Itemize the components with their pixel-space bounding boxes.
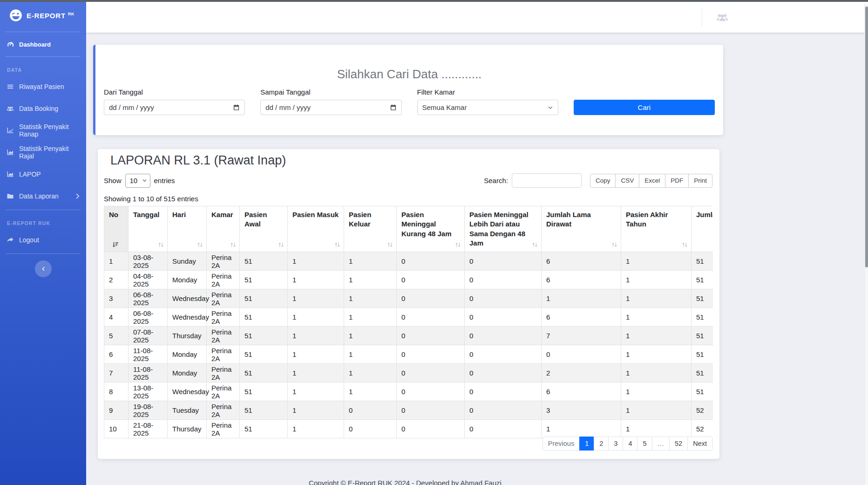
- cell: 1: [288, 308, 344, 327]
- column-header-pasien-masuk[interactable]: Pasien Masuk: [288, 206, 344, 252]
- cell: 51: [240, 364, 288, 383]
- cell: Perina 2A: [207, 383, 240, 401]
- sidebar-item-data-booking[interactable]: Data Booking: [0, 97, 86, 119]
- previous-page-button[interactable]: Previous: [542, 437, 580, 451]
- dari-tanggal-date-input[interactable]: dd / mm / yyyy: [104, 100, 245, 115]
- cell: Perina 2A: [207, 327, 240, 345]
- cell: 0: [465, 289, 542, 308]
- column-header-hari[interactable]: Hari: [168, 206, 207, 252]
- column-label: Tanggal: [133, 210, 163, 219]
- print-button[interactable]: Print: [688, 174, 712, 188]
- cell: 51: [692, 289, 713, 308]
- app-window: E-REPORT RK Dashboard DATARiwayat Pasien…: [0, 0, 868, 485]
- cell: 0: [344, 401, 397, 420]
- cell: 07-08-2025: [129, 327, 168, 345]
- scrollbar-thumb[interactable]: [865, 7, 868, 267]
- page-button-4[interactable]: 4: [623, 437, 637, 451]
- sort-icon: [611, 241, 618, 248]
- cari-button[interactable]: Cari: [574, 100, 715, 115]
- cell: 0: [465, 271, 542, 289]
- select-value: Semua Kamar: [422, 103, 467, 111]
- column-header-jumlah-lama-dirawat[interactable]: Jumlah Lama Dirawat: [542, 206, 621, 252]
- cell: Monday: [168, 345, 207, 364]
- cell: Perina 2A: [207, 289, 240, 308]
- column-header-tanggal[interactable]: Tanggal: [129, 206, 168, 252]
- cell: 1: [288, 401, 344, 420]
- excel-button[interactable]: Excel: [639, 174, 665, 188]
- sidebar-toggle-button[interactable]: [35, 260, 52, 277]
- filter-title: Silahkan Cari Data ............: [95, 45, 723, 83]
- sort-icon: [197, 241, 203, 248]
- pdf-button[interactable]: PDF: [665, 174, 689, 188]
- cell: 1: [621, 327, 692, 345]
- sidebar-item-lapop[interactable]: LAPOP: [0, 163, 86, 185]
- vertical-scrollbar[interactable]: [864, 4, 868, 485]
- sidebar-item-riwayat-pasien[interactable]: Riwayat Pasien: [0, 75, 86, 97]
- sidebar-item-statistik-penyakit-rajal[interactable]: Statistik Penyakit Rajal: [0, 141, 86, 163]
- column-label: Pasien Meninggal Lebih Dari atau Sama De…: [469, 210, 536, 248]
- entries-label: entries: [154, 177, 175, 184]
- sidebar-item-logout[interactable]: Logout: [0, 229, 86, 251]
- column-header-pasien-akhir-tahun[interactable]: Pasien Akhir Tahun: [621, 206, 692, 252]
- filter-field-sampai-tanggal: Sampai Tanggaldd / mm / yyyy: [260, 88, 401, 115]
- column-header-no[interactable]: No: [104, 206, 129, 252]
- column-label: No: [109, 210, 123, 219]
- next-page-button[interactable]: Next: [687, 437, 712, 451]
- cell: 1: [621, 289, 692, 308]
- cell: 0: [397, 345, 465, 364]
- page-button-1[interactable]: 1: [579, 437, 594, 451]
- cell: 1: [621, 401, 692, 420]
- sidebar-divider: [6, 32, 81, 32]
- page-button-52[interactable]: 52: [669, 437, 688, 451]
- column-label: Kamar: [211, 210, 235, 219]
- column-header-jumlah[interactable]: Jumlah: [692, 206, 713, 252]
- cell: 0: [465, 364, 542, 383]
- column-header-pasien-keluar[interactable]: Pasien Keluar: [344, 206, 397, 252]
- field-label: Sampai Tanggal: [260, 88, 401, 96]
- table-row: 919-08-2025TuesdayPerina 2A5110003152: [104, 401, 713, 420]
- column-header-pasien-meninggal-kurang-48-jam[interactable]: Pasien Meninggal Kurang 48 Jam: [397, 206, 465, 252]
- page-button-2[interactable]: 2: [594, 437, 609, 451]
- cell: 1: [344, 252, 397, 271]
- cell: 03-08-2025: [129, 252, 168, 271]
- chart-area-icon: [7, 171, 14, 178]
- sort-icon: [230, 241, 237, 248]
- page-length-select[interactable]: 10: [125, 174, 150, 188]
- cell: 0: [465, 420, 542, 438]
- users-icon[interactable]: [716, 11, 728, 23]
- table-info: Showing 1 to 10 of 515 entries: [104, 195, 198, 203]
- cell: 2: [104, 271, 129, 289]
- search-input[interactable]: [512, 173, 582, 188]
- sampai-tanggal-date-input[interactable]: dd / mm / yyyy: [260, 100, 401, 115]
- column-label: Jumlah Lama Dirawat: [546, 210, 616, 229]
- cell: 1: [288, 327, 344, 345]
- share-icon: [7, 236, 14, 244]
- column-header-pasien-meninggal-lebih-dari-atau-sama-dengan-48-jam[interactable]: Pasien Meninggal Lebih Dari atau Sama De…: [465, 206, 542, 252]
- sidebar-item-dashboard[interactable]: Dashboard: [0, 35, 86, 54]
- window-top-edge: [0, 0, 868, 2]
- column-header-pasien-awal[interactable]: Pasien Awal: [240, 206, 288, 252]
- cell: 1: [344, 327, 397, 345]
- sidebar-item-statistik-penyakit-ranap[interactable]: Statistik Penyakit Ranap: [0, 119, 86, 141]
- column-header-kamar[interactable]: Kamar: [207, 206, 240, 252]
- cell: 51: [240, 308, 288, 327]
- report-card: LAPORAN RL 3.1 (Rawat Inap) Show 10 entr…: [98, 149, 719, 459]
- copy-button[interactable]: Copy: [590, 174, 616, 188]
- sidebar-item-data-laporan[interactable]: Data Laporan: [0, 185, 86, 207]
- cell: 1: [288, 345, 344, 364]
- page-button-3[interactable]: 3: [608, 437, 623, 451]
- page-length-value: 10: [130, 177, 138, 184]
- sidebar-item-label: Riwayat Pasien: [19, 83, 64, 90]
- cell: 51: [240, 327, 288, 345]
- table-row: 813-08-2025WednesdayPerina 2A5111006151: [104, 383, 713, 401]
- sort-icon: [387, 241, 393, 248]
- csv-button[interactable]: CSV: [615, 174, 639, 188]
- table-row: 306-08-2025WednesdayPerina 2A5111001151: [104, 289, 713, 308]
- cell: 51: [692, 308, 713, 327]
- filter-kamar-select[interactable]: Semua Kamar: [417, 100, 558, 115]
- cell: 1: [621, 308, 692, 327]
- brand-link[interactable]: E-REPORT RK: [0, 2, 86, 29]
- chart-line-icon: [7, 127, 14, 134]
- cell: 1: [621, 271, 692, 289]
- page-button-5[interactable]: 5: [637, 437, 652, 451]
